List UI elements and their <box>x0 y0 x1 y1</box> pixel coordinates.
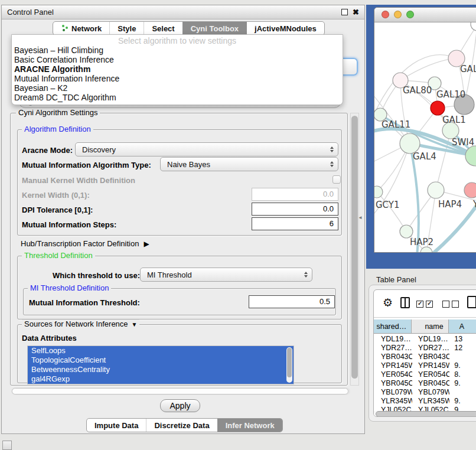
network-node[interactable] <box>465 146 476 166</box>
network-node-hap2[interactable] <box>400 225 413 238</box>
attributes-scrollbar[interactable] <box>286 347 292 383</box>
table-cell: YPR145W <box>374 361 412 370</box>
column-header-name[interactable]: name <box>412 319 449 333</box>
network-edge[interactable] <box>377 192 406 231</box>
tab-cyni-toolbox[interactable]: Cyni Toolbox <box>182 22 246 35</box>
network-node-gal4[interactable] <box>400 133 420 154</box>
checked-box-icon[interactable] <box>416 301 423 308</box>
attribute-item-selfloops[interactable]: SelfLoops <box>28 346 294 356</box>
unchecked-box-icon[interactable] <box>442 301 449 308</box>
algorithm-option-aracne-algorithm[interactable]: ARACNE Algorithm <box>12 64 343 74</box>
table-header: shared…nameA <box>374 319 476 334</box>
zoom-traffic-light[interactable] <box>406 11 414 18</box>
network-edge[interactable] <box>400 58 457 80</box>
manual-kernel-label: Manual Kernel Width Definition <box>22 176 135 185</box>
network-node-gal1[interactable] <box>431 101 445 115</box>
column-header-shared[interactable]: shared… <box>374 319 412 333</box>
network-node[interactable] <box>471 22 476 31</box>
unchecked-box-icon[interactable] <box>452 301 459 308</box>
node-label-gal80: GAL80 <box>403 85 432 96</box>
algorithm-option-bayesian-k2[interactable]: Bayesian – K2 <box>12 83 343 93</box>
split-columns-icon[interactable] <box>400 297 410 308</box>
mi-steps-field[interactable]: 6 <box>252 217 338 230</box>
document-icon[interactable] <box>467 296 476 308</box>
data-attributes-list[interactable]: SelfLoopsTopologicalCoefficientBetweenne… <box>27 345 294 384</box>
tab-infer-network[interactable]: Infer Network <box>217 419 282 432</box>
aracne-mode-combobox[interactable]: Discovery <box>75 142 338 156</box>
dpi-tolerance-field[interactable]: 0.0 <box>252 203 338 216</box>
table-rows: YDL19…YDL19…13YDR27…YDR27…12YBR043CYBR04… <box>374 335 476 415</box>
tab-label: Infer Network <box>226 421 275 430</box>
table-cell <box>449 353 476 361</box>
restore-icon[interactable] <box>341 9 348 15</box>
attribute-item-gal4rgexp[interactable]: gal4RGexp <box>28 374 294 384</box>
network-node-hap4[interactable] <box>428 182 444 198</box>
node-label-gal1: GAL1 <box>442 115 466 125</box>
network-node-gcy1[interactable] <box>374 186 383 198</box>
dpi-tolerance-label: DPI Tolerance [0,1]: <box>22 206 93 214</box>
expand-arrow-icon[interactable]: ▶ <box>144 240 149 248</box>
mi-algorithm-type-combobox[interactable]: Naive Bayes <box>160 157 338 171</box>
apply-button[interactable]: Apply <box>160 399 200 412</box>
tab-label: Style <box>118 24 136 33</box>
table-cell: YER054C <box>374 370 412 379</box>
which-threshold-combobox[interactable]: MI Threshold <box>140 268 312 282</box>
network-window-titlebar[interactable] <box>374 8 476 22</box>
tab-discretize-data[interactable]: Discretize Data <box>146 419 217 432</box>
attribute-item-topologicalcoefficient[interactable]: TopologicalCoefficient <box>28 356 294 365</box>
algorithm-option-bayesian-hill-climbing[interactable]: Bayesian – Hill Climbing <box>12 45 343 55</box>
algorithm-option-mutual-information-inference[interactable]: Mutual Information Inference <box>12 74 343 83</box>
table-row[interactable]: YER054CYER054C8. <box>374 370 476 379</box>
kernel-width-label: Kernel Width (0,1): <box>22 191 90 200</box>
settings-gear-icon[interactable]: ⚙ <box>383 296 393 309</box>
settings-horizontal-scrollbar[interactable] <box>11 387 350 395</box>
attributes-scrollbar-thumb[interactable] <box>287 348 292 377</box>
table-cell: 8. <box>449 370 476 379</box>
table-row[interactable]: YBR043CYBR043C <box>374 353 476 361</box>
which-threshold-label: Which threshold to use: <box>53 271 140 280</box>
table-horizontal-scrollbar-thumb[interactable] <box>376 411 476 417</box>
mi-threshold-field[interactable]: 0.5 <box>249 295 335 308</box>
table-row[interactable]: YBR045CYBR045C9. <box>374 379 476 388</box>
minimize-traffic-light[interactable] <box>394 11 402 18</box>
tab-jactivemnodules[interactable]: jActiveMNodules <box>246 22 324 35</box>
table-cell: 12 <box>449 344 476 353</box>
settings-horizontal-scrollbar-thumb[interactable] <box>12 388 348 394</box>
network-node[interactable] <box>420 247 432 253</box>
settings-vertical-scrollbar-thumb[interactable] <box>351 116 358 379</box>
close-icon[interactable]: ✖ <box>353 8 359 16</box>
tab-select[interactable]: Select <box>144 22 182 35</box>
tab-impute-data[interactable]: Impute Data <box>87 419 146 432</box>
split-pane-handle[interactable]: ◄ <box>358 215 363 220</box>
table-row[interactable]: YBL079WYBL079W <box>374 388 476 397</box>
node-label-hap2: HAP2 <box>410 237 433 247</box>
table-row[interactable]: YDL19…YDL19…13 <box>374 335 476 344</box>
algorithm-option-dream8-dc-tdc-algorithm[interactable]: Dream8 DC_TDC Algorithm <box>12 93 343 102</box>
table-row[interactable]: YDR27…YDR27…12 <box>374 344 476 353</box>
network-icon <box>61 25 69 32</box>
table-row[interactable]: YPR145WYPR145W9. <box>374 361 476 370</box>
node-label-gal11: GAL11 <box>382 119 410 130</box>
data-attributes-label: Data Attributes <box>22 334 77 343</box>
algorithm-option-basic-correlation-inference[interactable]: Basic Correlation Inference <box>12 55 343 64</box>
table-horizontal-scrollbar[interactable] <box>374 411 476 417</box>
checked-box-icon[interactable] <box>426 301 433 308</box>
attribute-item-betweennesscentrality[interactable]: BetweennessCentrality <box>28 365 294 374</box>
dock-panel-button[interactable] <box>2 441 12 450</box>
control-panel-window: Control Panel ✖ NetworkStyleSelectCyni T… <box>1 5 365 434</box>
hub-definition-toggle[interactable]: Hub/Transcription Factor Definition▶ <box>21 239 149 248</box>
close-traffic-light[interactable] <box>382 11 389 18</box>
manual-kernel-checkbox[interactable] <box>332 175 341 184</box>
tab-style[interactable]: Style <box>109 22 144 35</box>
settings-vertical-scrollbar[interactable] <box>350 113 359 386</box>
table-row[interactable]: YLR345WYLR345W9. <box>374 397 476 406</box>
tab-network[interactable]: Network <box>53 22 109 35</box>
sources-title: Sources for Network Inference▼ <box>22 319 139 328</box>
collapse-arrow-icon[interactable]: ▼ <box>132 320 138 329</box>
network-canvas[interactable]: GALGAL80GAL10GAL1GAL11SWI4GAL4GCY1HAP4YH… <box>374 22 476 253</box>
table-panel-title: Table Panel <box>376 275 416 284</box>
kernel-width-field[interactable]: 0.0 <box>252 188 338 201</box>
network-node-y[interactable] <box>464 182 476 198</box>
column-header-a[interactable]: A <box>449 319 476 333</box>
control-panel-titlebar[interactable]: Control Panel ✖ <box>2 5 364 19</box>
